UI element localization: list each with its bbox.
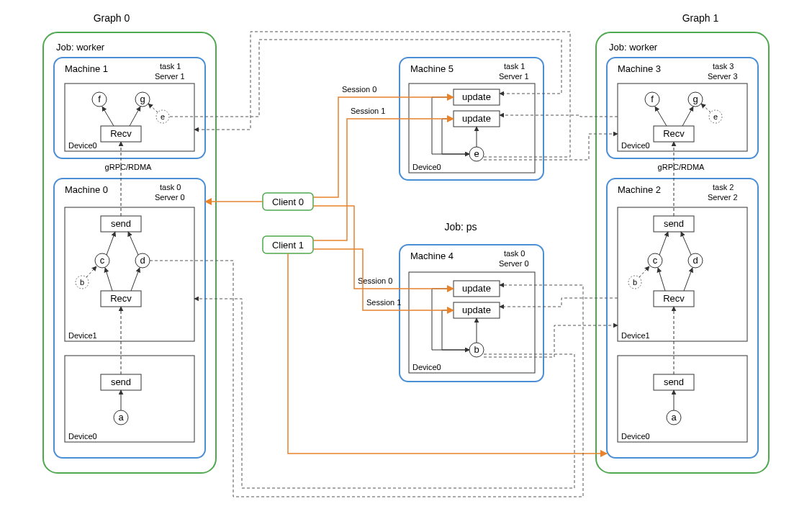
svg-line-3 (107, 232, 115, 255)
machine4-device-label: Device0 (412, 363, 441, 371)
m5-upd1-t: update (462, 113, 491, 124)
machine2-server: Server 2 (708, 193, 738, 202)
m0-recv-t: Recv (110, 293, 132, 304)
m0-send2-t: send (111, 377, 131, 387)
machine5-title: Machine 5 (410, 63, 454, 74)
m5e-to-m1 (194, 32, 570, 157)
machine2-task: task 2 (713, 183, 734, 191)
svg-line-15 (681, 232, 691, 255)
m3e-to-m5 (500, 115, 618, 117)
lbl-s0-top: Session 0 (342, 85, 376, 94)
m0-dev0-label: Device0 (68, 432, 97, 441)
machine5-task: task 1 (504, 62, 525, 71)
job-worker-right: Job: worker (609, 42, 658, 53)
m3-f-t: f (651, 94, 654, 104)
m4-upd0-t: update (462, 283, 491, 294)
machine3-task: task 3 (713, 62, 734, 71)
graph1-outer (596, 32, 769, 473)
m2-a-t: a (671, 412, 677, 423)
svg-line-2 (148, 104, 158, 112)
m3-recv-t: Recv (663, 128, 685, 139)
m5-e-t: e (474, 148, 479, 159)
m5-upd0-t: update (462, 91, 491, 102)
m0-a-t: a (118, 412, 124, 423)
m2-recv-t: Recv (663, 293, 685, 304)
m2-c-t: c (653, 255, 658, 266)
graph1-title: Graph 1 (682, 12, 719, 24)
client0-t: Client 0 (272, 197, 304, 207)
machine1-server: Server 1 (155, 72, 185, 81)
m0-b-t: b (80, 278, 84, 287)
m1-f-t: f (98, 94, 101, 104)
graph0-outer (43, 32, 216, 473)
m3-g-t: g (693, 94, 698, 104)
m5e-to-m3 (484, 134, 618, 160)
svg-line-7 (131, 268, 140, 291)
graph0-title: Graph 0 (94, 12, 130, 24)
m0-dev0 (65, 356, 194, 442)
machine0-server: Server 0 (155, 193, 185, 202)
lbl-s1-bot: Session 1 (366, 298, 401, 307)
m2-dev0 (618, 356, 747, 442)
machine3-title: Machine 3 (618, 63, 661, 74)
m4-upd1-t: update (462, 305, 491, 315)
diagram: Graph 0 Job: worker Machine 1 task 1 Ser… (0, 0, 812, 514)
m1-recv-t: Recv (110, 128, 132, 139)
svg-line-13 (701, 104, 710, 112)
svg-line-14 (659, 232, 668, 255)
svg-line-16 (639, 266, 649, 277)
machine0-task: task 0 (160, 183, 181, 191)
m2-dev0-label: Device0 (621, 432, 650, 441)
lbl-s1-top: Session 1 (351, 107, 385, 115)
m0-send1-t: send (111, 218, 131, 229)
m2-dev1-label: Device1 (621, 331, 650, 340)
m2d-to-m4 (500, 298, 618, 307)
svg-line-12 (682, 107, 693, 126)
m1-g-t: g (140, 94, 145, 104)
m2-send2-t: send (664, 377, 684, 387)
svg-line-11 (655, 107, 667, 126)
job-worker-left: Job: worker (56, 42, 105, 53)
m0-dev1-label: Device1 (68, 331, 97, 340)
machine3-server: Server 3 (708, 72, 738, 81)
m2-send1-t: send (664, 218, 684, 229)
m0-d-t: d (140, 255, 145, 266)
machine1-device-label: Device0 (68, 141, 97, 150)
svg-line-5 (86, 266, 96, 277)
svg-line-4 (128, 232, 138, 255)
svg-line-18 (684, 268, 693, 291)
machine4-task: task 0 (504, 249, 525, 258)
machine2-title: Machine 2 (618, 184, 661, 195)
c1-to-m2 (288, 253, 607, 454)
m4-b-t: b (474, 344, 479, 355)
m2-b-t: b (633, 278, 637, 287)
svg-line-0 (102, 107, 114, 126)
machine1-title: Machine 1 (65, 63, 108, 74)
transport-right: gRPC/RDMA (658, 163, 705, 171)
machine3-device-label: Device0 (621, 141, 650, 150)
client1-t: Client 1 (272, 240, 304, 251)
svg-line-17 (658, 268, 665, 291)
m0d-to-m4 (150, 261, 583, 497)
machine1-task: task 1 (160, 62, 181, 71)
svg-line-6 (105, 268, 112, 291)
m1-e-t: e (161, 112, 165, 121)
machine5-device-label: Device0 (412, 163, 441, 171)
machine4-server: Server 0 (499, 259, 529, 268)
transport-left: gRPC/RDMA (105, 163, 152, 171)
m4b-to-m2 (484, 325, 618, 357)
svg-line-1 (130, 107, 140, 126)
m4b-to-m0 (194, 299, 574, 488)
machine4-title: Machine 4 (410, 251, 454, 261)
m3-e-t: e (713, 112, 718, 121)
m0-c-t: c (100, 255, 105, 266)
job-ps-label: Job: ps (444, 221, 477, 233)
machine5-server: Server 1 (499, 72, 529, 81)
machine0-title: Machine 0 (65, 184, 108, 195)
m2-d-t: d (693, 255, 698, 266)
